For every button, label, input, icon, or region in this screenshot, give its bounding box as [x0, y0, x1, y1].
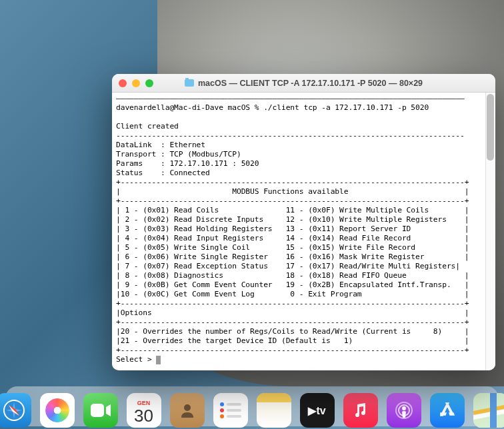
terminal-line: |10 - (0x0C) Get Comm Event Log 0 - Exit…: [116, 290, 469, 298]
terminal-line: | 4 - (0x04) Read Input Registers 14 - (…: [116, 234, 469, 242]
terminal-line: +---------------------------------------…: [116, 318, 469, 326]
terminal-line: DataLink : Ethernet: [116, 141, 205, 149]
cursor-icon: [156, 356, 161, 364]
tv-label: ▶tv: [308, 404, 325, 417]
terminal-line: Status : Connected: [116, 169, 210, 177]
window-titlebar[interactable]: macOS — CLIENT TCP -A 172.17.10.171 -P 5…: [112, 74, 495, 93]
terminal-line: ————————————————————————————————————————…: [116, 94, 465, 103]
contacts-icon[interactable]: [170, 393, 205, 428]
window-title: macOS — CLIENT TCP -A 172.17.10.171 -P 5…: [198, 79, 423, 88]
terminal-line: | 3 - (0x03) Read Holding Registers 13 -…: [116, 224, 469, 233]
folder-icon: [185, 79, 194, 87]
scrollbar-thumb[interactable]: [487, 94, 494, 161]
reminders-icon[interactable]: [213, 393, 248, 428]
terminal-line: | 1 - (0x01) Read Coils 11 - (0x0F) Writ…: [116, 206, 469, 214]
dock: GEN 30 ▶tv: [0, 384, 504, 429]
terminal-line: Client created: [116, 122, 179, 131]
terminal-line: | 2 - (0x02) Read Discrete Inputs 12 - (…: [116, 215, 469, 224]
terminal-line: +---------------------------------------…: [116, 197, 469, 205]
photos-icon[interactable]: [40, 393, 75, 428]
maximize-button[interactable]: [145, 79, 153, 87]
terminal-line: | 5 - (0x05) Write Single Coil 15 - (0x1…: [116, 243, 469, 252]
dock-items: GEN 30 ▶tv: [0, 393, 504, 428]
minimize-button[interactable]: [132, 79, 140, 87]
terminal-line: | 8 - (0x08) Diagnostics 18 - (0x18) Rea…: [116, 271, 469, 280]
terminal-line: |Options |: [116, 308, 469, 317]
terminal-line: |20 - Overrides the number of Regs/Coils…: [116, 327, 469, 336]
terminal-line: +---------------------------------------…: [116, 299, 469, 308]
terminal-line: | MODBUS Functions available |: [116, 187, 469, 196]
svg-rect-5: [91, 404, 104, 417]
terminal-line: +---------------------------------------…: [116, 178, 469, 187]
terminal-line: davenardella@Mac-di-Dave macOS % ./clien…: [116, 103, 429, 112]
safari-icon[interactable]: [0, 393, 31, 428]
podcasts-icon[interactable]: [387, 393, 421, 428]
terminal-line: Params : 172.17.10.171 : 5020: [116, 159, 259, 168]
terminal-window[interactable]: macOS — CLIENT TCP -A 172.17.10.171 -P 5…: [112, 74, 495, 370]
svg-point-9: [402, 406, 406, 410]
facetime-icon[interactable]: [83, 393, 118, 428]
appstore-icon[interactable]: [430, 393, 465, 428]
terminal-line: |21 - Overrides the target Device ID (De…: [116, 336, 469, 345]
terminal-line: | 7 - (0x07) Read Exception Status 17 - …: [116, 262, 460, 270]
terminal-line: ----------------------------------------…: [116, 131, 465, 140]
terminal-content[interactable]: ————————————————————————————————————————…: [112, 93, 495, 370]
terminal-line: | 6 - (0x06) Write Single Register 16 - …: [116, 252, 469, 261]
traffic-lights: [119, 79, 153, 87]
calendar-icon[interactable]: GEN 30: [127, 393, 161, 428]
maps-icon[interactable]: [473, 393, 505, 428]
terminal-line: Transport : TCP (Modbus/TCP): [116, 150, 241, 159]
window-title-container: macOS — CLIENT TCP -A 172.17.10.171 -P 5…: [185, 79, 423, 88]
svg-point-6: [184, 404, 191, 411]
terminal-line: +---------------------------------------…: [116, 346, 469, 354]
terminal-prompt: Select >: [116, 355, 156, 364]
calendar-day: 30: [134, 407, 153, 424]
notes-icon[interactable]: [257, 393, 291, 428]
tv-icon[interactable]: ▶tv: [300, 393, 335, 428]
music-icon[interactable]: [343, 393, 378, 428]
scrollbar-track[interactable]: [485, 93, 495, 370]
terminal-line: | 9 - (0x0B) Get Comm Event Counter 19 -…: [116, 280, 469, 289]
close-button[interactable]: [119, 79, 127, 87]
